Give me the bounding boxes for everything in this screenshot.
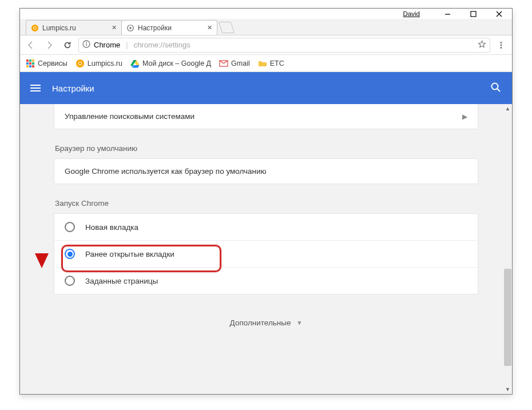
bookmark-star-icon[interactable]	[478, 40, 486, 50]
bookmarks-bar: Сервисы Lumpics.ru Мой диск – Google Д G…	[20, 55, 512, 72]
advanced-label: Дополнительные	[230, 319, 291, 327]
svg-rect-18	[26, 62, 29, 65]
svg-point-10	[86, 42, 87, 43]
page-title: Настройки	[52, 83, 94, 93]
svg-rect-21	[26, 65, 29, 67]
menu-button[interactable]	[494, 38, 509, 53]
drive-icon	[130, 59, 140, 68]
option-label: Заданные страницы	[85, 277, 158, 285]
svg-rect-16	[29, 59, 31, 62]
scrollbar-up-icon[interactable]: ▲	[503, 104, 512, 113]
bookmark-label: Lumpics.ru	[88, 59, 122, 67]
tab-strip: Lumpics.ru ✕ Настройки ✕	[20, 19, 512, 35]
window-titlebar: David	[20, 9, 512, 19]
svg-point-26	[78, 62, 81, 65]
radio-unchecked-icon	[65, 276, 75, 286]
tab-label: Lumpics.ru	[42, 24, 76, 32]
svg-rect-11	[86, 43, 86, 46]
tab-settings[interactable]: Настройки ✕	[121, 20, 217, 35]
close-button[interactable]	[486, 9, 512, 19]
reload-button[interactable]	[60, 38, 75, 53]
settings-header: Настройки	[20, 72, 512, 104]
section-title-default-browser: Браузер по умолчанию	[55, 144, 478, 153]
settings-content: Управление поисковыми системами ▶ Браузе…	[20, 104, 512, 394]
bookmark-label: ETC	[270, 59, 284, 67]
gear-icon	[126, 24, 134, 32]
close-icon[interactable]: ✕	[112, 24, 117, 31]
svg-rect-22	[29, 65, 31, 67]
search-button[interactable]	[490, 82, 502, 95]
svg-point-12	[501, 42, 502, 43]
svg-rect-23	[32, 65, 34, 67]
bookmark-folder-etc[interactable]: ETC	[258, 59, 284, 68]
radio-checked-icon	[65, 249, 75, 259]
section-title-on-startup: Запуск Chrome	[55, 199, 478, 208]
svg-rect-20	[32, 62, 34, 65]
scrollbar-thumb[interactable]	[504, 269, 511, 366]
orange-circle-icon	[76, 59, 85, 68]
default-browser-card: Google Chrome используется как браузер п…	[54, 158, 478, 184]
radio-unchecked-icon	[65, 222, 75, 232]
bookmark-apps[interactable]: Сервисы	[26, 59, 68, 68]
minimize-button[interactable]	[435, 9, 460, 19]
startup-option-specific-pages[interactable]: Заданные страницы	[54, 267, 478, 294]
back-button[interactable]	[23, 38, 38, 53]
startup-option-newtab[interactable]: Новая вкладка	[54, 214, 478, 240]
profile-name[interactable]: David	[403, 10, 420, 17]
bookmark-label: Мой диск – Google Д	[142, 59, 211, 67]
menu-icon[interactable]	[30, 85, 41, 91]
option-label: Новая вкладка	[85, 223, 138, 232]
bookmark-lumpics[interactable]: Lumpics.ru	[76, 59, 122, 68]
svg-rect-1	[471, 11, 476, 17]
svg-point-28	[492, 83, 498, 89]
url-scheme: Chrome	[94, 41, 120, 49]
tab-lumpics[interactable]: Lumpics.ru ✕	[26, 20, 122, 35]
scrollbar-down-icon[interactable]: ▼	[503, 385, 512, 394]
scrollbar[interactable]: ▲ ▼	[503, 104, 512, 394]
advanced-toggle[interactable]: Дополнительные ▼	[54, 319, 478, 327]
chevron-right-icon: ▶	[462, 113, 467, 121]
address-bar: Chrome | chrome://settings	[20, 35, 512, 55]
svg-point-13	[501, 44, 502, 46]
bookmark-label: Gmail	[231, 59, 250, 67]
search-engines-card: Управление поисковыми системами ▶	[54, 104, 478, 129]
on-startup-card: Новая вкладка Ранее открытые вкладки Зад…	[54, 213, 478, 294]
default-browser-text: Google Chrome используется как браузер п…	[54, 159, 478, 184]
svg-line-2	[497, 11, 502, 17]
row-label: Управление поисковыми системами	[65, 112, 194, 121]
svg-point-8	[129, 27, 132, 29]
bookmark-label: Сервисы	[38, 59, 68, 67]
svg-point-14	[501, 47, 502, 49]
gmail-icon	[219, 59, 228, 68]
option-label: Ранее открытые вкладки	[85, 250, 174, 258]
orange-circle-icon	[31, 24, 39, 32]
svg-line-29	[497, 89, 500, 91]
new-tab-button[interactable]	[219, 22, 235, 33]
url-input[interactable]: Chrome | chrome://settings	[78, 38, 490, 53]
maximize-button[interactable]	[460, 9, 486, 19]
bookmark-drive[interactable]: Мой диск – Google Д	[130, 59, 211, 68]
svg-line-3	[497, 11, 502, 17]
site-info-icon[interactable]	[82, 40, 90, 50]
manage-search-engines-row[interactable]: Управление поисковыми системами ▶	[54, 104, 478, 129]
startup-option-continue[interactable]: Ранее открытые вкладки	[54, 240, 478, 267]
svg-marker-31	[35, 253, 49, 268]
close-icon[interactable]: ✕	[207, 24, 212, 31]
bookmark-gmail[interactable]: Gmail	[219, 59, 250, 68]
chevron-down-icon: ▼	[296, 320, 302, 326]
svg-rect-19	[29, 62, 31, 65]
apps-grid-icon	[26, 59, 35, 68]
folder-icon	[258, 59, 267, 68]
tab-label: Настройки	[138, 24, 172, 32]
browser-window: David Lumpics.ru ✕ Настройки ✕	[19, 8, 513, 395]
svg-point-6	[34, 26, 36, 29]
forward-button[interactable]	[42, 38, 57, 53]
annotation-arrow-icon	[29, 157, 54, 351]
svg-rect-17	[32, 59, 34, 62]
url-path: chrome://settings	[134, 41, 190, 49]
svg-rect-15	[26, 59, 29, 62]
